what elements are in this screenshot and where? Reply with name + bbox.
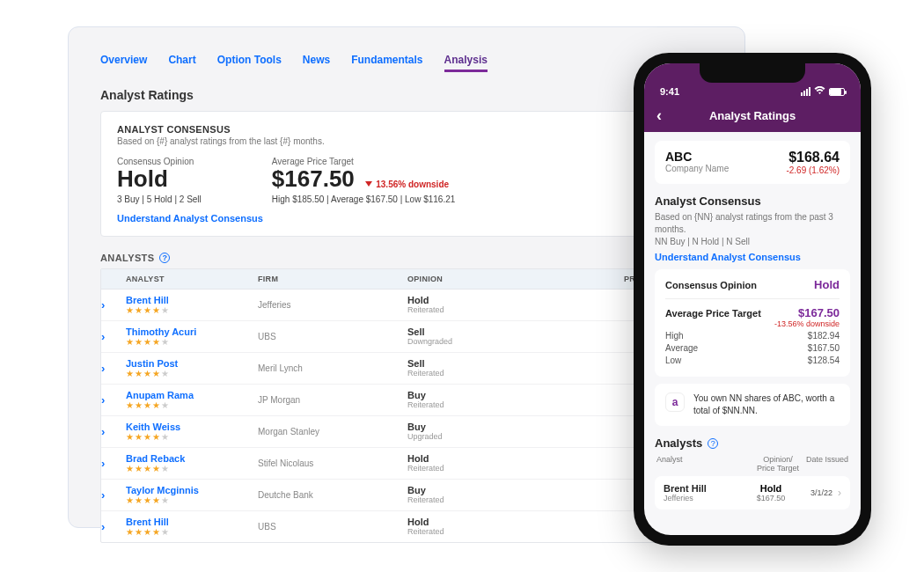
expand-row-button[interactable]: › [101, 393, 105, 407]
m-col-opinion: Opinion/ Price Target [752, 455, 804, 473]
opinion-sub: Reiterated [407, 464, 557, 473]
firm-name: Jefferies [258, 300, 407, 310]
star-rating: ★★★★★ [126, 400, 258, 410]
tab-overview[interactable]: Overview [100, 54, 147, 72]
m-consensus-title: Analyst Consensus [655, 194, 850, 208]
analyst-name[interactable]: Keith Weiss [126, 422, 258, 432]
company-name: Company Name [665, 164, 729, 173]
m-analyst-firm: Jefferies [664, 494, 744, 502]
m-understand-link[interactable]: Understand Analyst Consensus [655, 252, 850, 262]
expand-row-button[interactable]: › [101, 298, 105, 312]
consensus-opinion-breakdown: 3 Buy | 5 Hold | 2 Sell [117, 194, 202, 204]
opinion-sub: Reiterated [407, 400, 557, 409]
table-row: ›Brent Hill★★★★★UBSHoldReiterated$167.85 [101, 511, 712, 542]
m-stat-row: Average$167.50 [665, 343, 840, 353]
phone-notch [700, 63, 805, 83]
m-info-icon[interactable]: ? [708, 438, 718, 449]
stat-label: Low [665, 356, 681, 365]
m-analyst-row[interactable]: Brent Hill Jefferies Hold $167.50 3/1/22… [655, 476, 850, 510]
tab-news[interactable]: News [303, 54, 330, 72]
target-range: High $185.50 | Average $167.50 | Low $11… [272, 194, 456, 204]
table-row: ›Thimothy Acuri★★★★★UBSSellDowngraded$24… [101, 321, 712, 353]
quote-card: ABC Company Name $168.64 -2.69 (1.62%) [655, 141, 850, 184]
tab-bar: OverviewChartOption ToolsNewsFundamental… [100, 54, 713, 72]
info-icon[interactable]: ? [159, 253, 170, 263]
m-avg-target-value: $167.50 [774, 306, 840, 319]
m-analysts-title: Analysts [655, 436, 702, 450]
back-button[interactable]: ‹ [656, 106, 662, 125]
m-opinion-value: Hold [814, 278, 840, 291]
table-row: ›Anupam Rama★★★★★JP MorganBuyReiterated$… [101, 385, 712, 416]
phone-screen: 9:41 ‹ Analyst Ratings ABC Company Name [644, 63, 861, 535]
m-downside: -13.56% downside [774, 319, 840, 328]
opinion-value: Sell [407, 358, 557, 369]
downside-indicator: 13.56% downside [365, 180, 449, 189]
tab-option-tools[interactable]: Option Tools [217, 54, 282, 72]
opinion-value: Hold [407, 453, 557, 464]
m-col-analyst: Analyst [656, 455, 752, 473]
opinion-sub: Reiterated [407, 369, 557, 378]
section-title: Analyst Ratings [100, 88, 713, 102]
table-header-row: ANALYST FIRM OPINION PRICE TARGET [101, 269, 712, 290]
symbol: ABC [665, 150, 729, 164]
analyst-name[interactable]: Thimothy Acuri [126, 326, 258, 337]
tab-analysis[interactable]: Analysis [444, 54, 488, 72]
downside-text: 13.56% downside [376, 180, 449, 189]
avg-target-value: $167.50 [272, 165, 355, 192]
opinion-sub: Reiterated [407, 495, 557, 504]
opinion-sub: Reiterated [407, 527, 557, 536]
battery-icon [829, 88, 845, 96]
tab-fundamentals[interactable]: Fundamentals [351, 54, 422, 72]
status-time: 9:41 [660, 86, 679, 97]
expand-row-button[interactable]: › [101, 330, 105, 343]
opinion-sub: Reiterated [407, 305, 557, 314]
analyst-name[interactable]: Anupam Rama [126, 390, 258, 400]
analyst-name[interactable]: Brent Hill [126, 295, 258, 305]
star-rating: ★★★★★ [126, 527, 258, 537]
ownership-card: a You own NN shares of ABC, worth a tota… [655, 384, 850, 426]
opinion-value: Buy [407, 390, 557, 400]
analyst-name[interactable]: Brent Hill [126, 517, 258, 527]
expand-row-button[interactable]: › [101, 488, 105, 502]
opinion-sub: Downgraded [407, 337, 557, 346]
table-row: ›Brent Hill★★★★★JefferiesHoldReiterated$… [101, 290, 712, 321]
firm-name: Stifel Nicolaus [258, 458, 407, 468]
consensus-card: ANALYST CONSENSUS Based on {#} analyst r… [100, 111, 713, 237]
m-avg-target-label: Average Price Target [665, 308, 761, 319]
stat-label: High [665, 331, 684, 341]
analysts-section-header: ANALYSTS ? [100, 253, 713, 263]
understand-consensus-link[interactable]: Understand Analyst Consensus [117, 213, 263, 224]
m-stat-row: Low$128.54 [665, 356, 840, 365]
opinion-value: Buy [407, 422, 557, 432]
expand-row-button[interactable]: › [101, 425, 105, 438]
m-analyst-price: $167.50 [744, 494, 797, 502]
app-header: ‹ Analyst Ratings [644, 99, 861, 132]
col-opinion: OPINION [407, 275, 557, 283]
firm-name: Morgan Stanley [258, 427, 407, 436]
consensus-opinion-value: Hold [117, 166, 202, 192]
col-firm: FIRM [258, 275, 407, 283]
star-rating: ★★★★★ [126, 369, 258, 378]
table-row: ›Taylor Mcginnis★★★★★Deutche BankBuyReit… [101, 480, 712, 511]
expand-row-button[interactable]: › [101, 362, 105, 375]
table-row: ›Keith Weiss★★★★★Morgan StanleyBuyUpgrad… [101, 416, 712, 448]
table-row: ›Justin Post★★★★★Meril LynchSellReiterat… [101, 353, 712, 385]
down-triangle-icon [365, 181, 372, 187]
opinion-value: Buy [407, 485, 557, 495]
stat-value: $167.50 [808, 343, 840, 353]
firm-name: Meril Lynch [258, 363, 407, 373]
m-analyst-opinion: Hold [744, 483, 797, 494]
analyst-name[interactable]: Taylor Mcginnis [126, 485, 258, 495]
expand-row-button[interactable]: › [101, 457, 105, 470]
firm-name: JP Morgan [258, 395, 407, 405]
analysts-table: ANALYST FIRM OPINION PRICE TARGET ›Brent… [100, 268, 713, 543]
opinion-value: Hold [407, 517, 557, 527]
analyst-name[interactable]: Justin Post [126, 358, 258, 369]
m-analyst-date: 3/1/22 [797, 488, 832, 497]
stat-value: $128.54 [808, 356, 840, 365]
star-rating: ★★★★★ [126, 337, 258, 347]
tab-chart[interactable]: Chart [168, 54, 195, 72]
analyst-name[interactable]: Brad Reback [126, 453, 258, 464]
expand-row-button[interactable]: › [101, 520, 105, 533]
consensus-subtext: Based on {#} analyst ratings from the la… [117, 136, 696, 146]
